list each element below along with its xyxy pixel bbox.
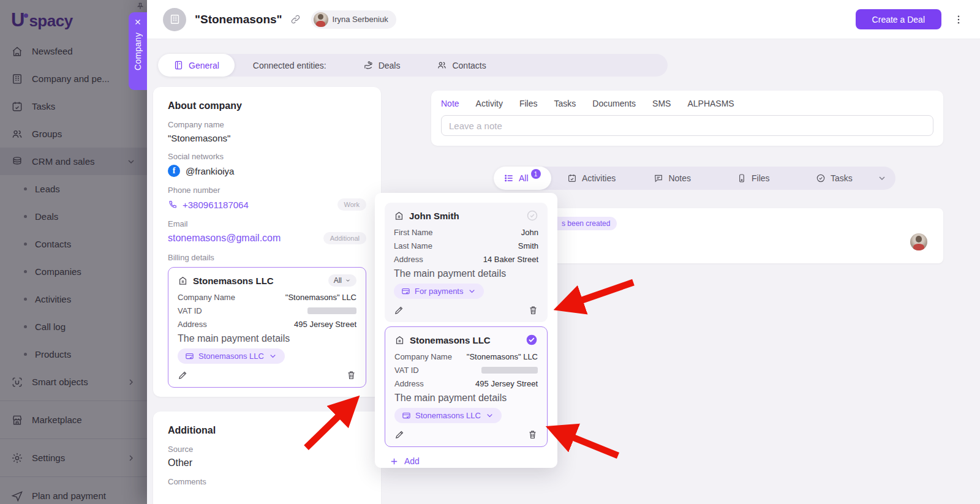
- chevron-right-icon: [126, 377, 136, 387]
- facebook-icon[interactable]: f: [168, 165, 180, 177]
- filter-label: Activities: [582, 173, 616, 183]
- add-billing-details-button[interactable]: Add: [385, 456, 548, 466]
- subitem-label: Contacts: [35, 239, 71, 249]
- sidebar-subitem-contacts[interactable]: Contacts: [0, 230, 147, 258]
- chevron-down-icon[interactable]: [877, 173, 887, 183]
- row-label: Address: [394, 379, 424, 388]
- trash-icon[interactable]: [528, 305, 538, 315]
- sidebar-item-settings[interactable]: Settings: [0, 444, 147, 472]
- card-row: Address495 Jersey Street: [394, 379, 538, 388]
- trash-icon[interactable]: [346, 370, 356, 380]
- edit-pencil-icon[interactable]: [178, 370, 188, 380]
- phone-icon: [168, 200, 178, 209]
- social-handle[interactable]: @frankioiya: [186, 166, 234, 176]
- tab-contacts[interactable]: Contacts: [418, 54, 504, 77]
- calendar-icon: [567, 173, 577, 183]
- credit-card-icon: [401, 287, 410, 296]
- about-company-card: About company Company name "Stonemasons"…: [153, 87, 381, 397]
- tab-documents[interactable]: Documents: [592, 99, 636, 108]
- sidebar-item-newsfeed[interactable]: Newsfeed: [0, 37, 147, 65]
- billing-row: Address495 Jersey Street: [178, 320, 356, 329]
- panel-header: "Stonemasons" Iryna Serbeniuk Create a D…: [147, 0, 980, 39]
- sidebar-subitem-products[interactable]: Products: [0, 340, 147, 368]
- kebab-menu-icon[interactable]: [953, 14, 964, 25]
- uspacy-logo[interactable]: Uspacy: [0, 0, 147, 37]
- sidebar-item-groups[interactable]: Groups: [0, 120, 147, 148]
- payment-details-dropdown[interactable]: Stonemasons LLC: [178, 348, 285, 364]
- source-value: Other: [168, 457, 366, 468]
- sidebar-subitem-companies[interactable]: Companies: [0, 258, 147, 285]
- subitem-label: Deals: [35, 211, 58, 222]
- link-icon[interactable]: [290, 14, 301, 24]
- payment-details-label: The main payment details: [394, 268, 538, 279]
- create-deal-button[interactable]: Create a Deal: [856, 9, 941, 29]
- row-label: Last Name: [394, 241, 432, 250]
- filter-label: Notes: [668, 173, 691, 183]
- sidebar-item-label: Newsfeed: [32, 46, 73, 56]
- sidebar-subitem-leads[interactable]: Leads: [0, 175, 147, 203]
- book-icon: [173, 60, 184, 70]
- sidebar-item-tasks[interactable]: Tasks: [0, 92, 147, 120]
- payment-details-label: The main payment details: [394, 393, 538, 404]
- filter-notes[interactable]: Notes: [632, 173, 713, 183]
- tab-alphasms[interactable]: ALPHASMS: [687, 99, 734, 108]
- subitem-label: Companies: [35, 266, 81, 277]
- tab-activity[interactable]: Activity: [476, 99, 503, 108]
- sidebar-item-label: CRM and sales: [32, 156, 95, 167]
- tab-connected-entities[interactable]: Connected entities:: [235, 54, 345, 77]
- payment-details-dropdown[interactable]: Stonemasons LLC: [394, 408, 502, 423]
- sidebar-subitem-activities[interactable]: Activities: [0, 285, 147, 313]
- subitem-label: Call log: [35, 322, 66, 332]
- note-tabs: Note Activity Files Tasks Documents SMS …: [441, 99, 933, 108]
- filter-files[interactable]: Files: [713, 173, 794, 183]
- building-icon: [394, 335, 405, 345]
- sidebar-item-smart-objects[interactable]: Smart objects: [0, 368, 147, 396]
- select-check-icon[interactable]: [526, 209, 538, 222]
- tab-general[interactable]: General: [158, 54, 235, 77]
- sidebar-subitem-deals[interactable]: Deals: [0, 203, 147, 230]
- sidebar-item-company-and-people[interactable]: Company and pe...: [0, 65, 147, 92]
- check-circle-icon: [816, 173, 826, 183]
- filter-activities[interactable]: Activities: [551, 173, 632, 183]
- timeline-entry-card: s been created: [543, 208, 943, 263]
- redacted-value: [307, 307, 356, 314]
- home-icon: [11, 45, 23, 58]
- sidebar-item-crm-and-sales[interactable]: CRM and sales: [0, 148, 147, 175]
- edit-pencil-icon[interactable]: [394, 429, 405, 440]
- tab-deals[interactable]: Deals: [345, 54, 419, 77]
- company-slideout-tab[interactable]: Company: [129, 12, 147, 90]
- filter-all[interactable]: All 1: [494, 167, 551, 190]
- tab-tasks[interactable]: Tasks: [554, 99, 576, 108]
- close-icon[interactable]: [134, 18, 141, 26]
- tab-sms[interactable]: SMS: [652, 99, 671, 108]
- phone-link[interactable]: +380961187064: [168, 200, 249, 210]
- tab-label: Contacts: [452, 61, 486, 70]
- note-input[interactable]: [441, 115, 933, 136]
- selected-check-icon[interactable]: [526, 334, 538, 346]
- sidebar-divider: [0, 476, 147, 477]
- row-value: 495 Jersey Street: [475, 379, 538, 388]
- sidebar-item-marketplace[interactable]: Marketplace: [0, 406, 147, 434]
- count-badge: 1: [531, 169, 541, 179]
- sidebar-subitem-call-log[interactable]: Call log: [0, 313, 147, 340]
- add-label: Add: [404, 456, 420, 466]
- filter-tasks[interactable]: Tasks: [794, 173, 875, 183]
- contacts-icon: [437, 60, 447, 70]
- payment-details-dropdown[interactable]: For payments: [394, 284, 484, 299]
- building-icon: [394, 211, 404, 221]
- sidebar-item-plan-and-payment[interactable]: Plan and payment: [0, 482, 147, 504]
- tab-files[interactable]: Files: [519, 99, 538, 108]
- card-row: Address14 Baker Street: [394, 255, 538, 264]
- row-value: "Stonemasons" LLC: [285, 293, 356, 302]
- payment-pill-label: For payments: [415, 287, 463, 296]
- row-value: 14 Baker Street: [483, 255, 538, 264]
- company-name-value: "Stonemasons": [168, 133, 366, 143]
- row-label: VAT ID: [394, 366, 419, 375]
- billing-filter-dropdown[interactable]: All: [328, 274, 356, 287]
- phone-label: Phone number: [168, 186, 366, 195]
- tab-note[interactable]: Note: [441, 99, 459, 108]
- edit-pencil-icon[interactable]: [394, 305, 404, 315]
- owner-chip[interactable]: Iryna Serbeniuk: [311, 10, 396, 29]
- email-link[interactable]: stonemasons@gmail.com: [168, 233, 281, 244]
- trash-icon[interactable]: [527, 429, 538, 440]
